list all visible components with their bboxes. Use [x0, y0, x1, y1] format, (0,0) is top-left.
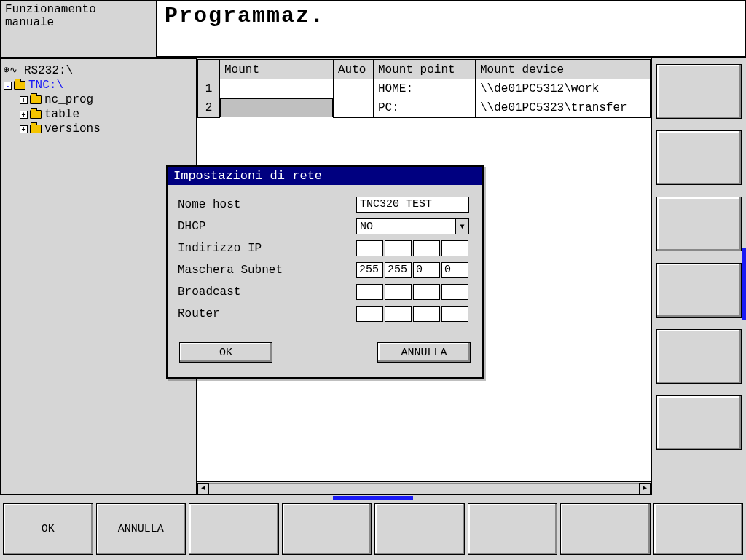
collapse-icon[interactable]: - [4, 82, 12, 90]
softkey-cancel[interactable]: ANNULLA [96, 503, 186, 555]
table-row[interactable]: 1 HOME: \\de01PC5312\work [198, 79, 651, 98]
cell-auto[interactable] [334, 79, 374, 98]
label-hostname: Nome host [178, 198, 356, 211]
cancel-button[interactable]: ANNULLA [377, 342, 471, 363]
softkey-5[interactable] [374, 503, 465, 555]
side-softkey-2[interactable] [656, 130, 742, 185]
tree-label: versions [44, 122, 101, 136]
softkey-ok[interactable]: OK [3, 503, 93, 555]
serial-port-icon: ⊕∿ [4, 65, 24, 76]
subnet-octet-1[interactable]: 255 [356, 262, 383, 278]
cell-mount[interactable] [220, 98, 333, 117]
cell-device[interactable]: \\de01PC5323\transfer [476, 98, 651, 118]
side-softkey-bar [651, 58, 746, 495]
folder-icon [14, 81, 25, 90]
scroll-right-icon[interactable]: ► [639, 483, 651, 494]
col-rownum [198, 60, 220, 79]
tree-item-versions[interactable]: + versions [4, 122, 193, 136]
folder-icon [30, 110, 42, 119]
tree-item-tnc[interactable]: - TNC:\ [4, 78, 193, 92]
ip-octet-4[interactable] [441, 240, 468, 256]
network-settings-dialog: Impostazioni di rete Nome host TNC320_TE… [166, 165, 484, 379]
expand-icon[interactable]: + [20, 96, 28, 104]
broadcast-octet-1[interactable] [356, 284, 383, 300]
dialog-body: Nome host TNC320_TEST DHCP NO ▼ Indirizz… [168, 185, 482, 377]
expand-icon[interactable]: + [20, 125, 28, 133]
softkey-3[interactable] [189, 503, 279, 555]
dialog-button-row: OK ANNULLA [178, 328, 472, 370]
row-ip: Indirizzo IP [178, 240, 472, 256]
broadcast-octet-3[interactable] [413, 284, 440, 300]
cell-device[interactable]: \\de01PC5312\work [476, 79, 651, 98]
row-hostname: Nome host TNC320_TEST [178, 197, 472, 213]
mount-table: Mount Auto Mount point Mount device 1 HO… [197, 60, 651, 118]
col-mount: Mount [220, 60, 334, 79]
subnet-octet-4[interactable]: 0 [441, 262, 468, 278]
folder-icon [30, 125, 42, 133]
bottom-softkey-bar: OK ANNULLA [0, 500, 746, 558]
cell-point[interactable]: HOME: [374, 79, 476, 98]
scroll-track[interactable] [209, 483, 639, 494]
dialog-title: Impostazioni di rete [168, 167, 482, 185]
subnet-octet-3[interactable]: 0 [413, 262, 440, 278]
side-scroll-indicator [742, 248, 746, 320]
router-octet-4[interactable] [441, 306, 468, 322]
col-device: Mount device [476, 60, 651, 79]
mode-line2: manuale [5, 17, 152, 30]
side-softkey-5[interactable] [656, 329, 742, 384]
chevron-down-icon[interactable]: ▼ [455, 219, 468, 234]
horizontal-scrollbar[interactable]: ◄ ► [197, 481, 651, 494]
cell-rownum: 2 [198, 98, 220, 118]
row-broadcast: Broadcast [178, 284, 472, 300]
side-softkey-6[interactable] [656, 395, 742, 450]
cell-rownum: 1 [198, 79, 220, 98]
ok-button[interactable]: OK [179, 342, 272, 363]
ip-octet-2[interactable] [385, 240, 412, 256]
hostname-input[interactable]: TNC320_TEST [356, 197, 469, 213]
cell-point[interactable]: PC: [374, 98, 476, 118]
label-ip: Indirizzo IP [178, 242, 356, 255]
router-octet-3[interactable] [413, 306, 440, 322]
ip-octet-3[interactable] [413, 240, 440, 256]
side-softkey-4[interactable] [656, 263, 742, 318]
tree-label: TNC:\ [28, 78, 63, 92]
dhcp-value: NO [360, 221, 373, 233]
table-header-row: Mount Auto Mount point Mount device [198, 60, 651, 79]
tree-item-rs232[interactable]: ⊕∿ RS232:\ [4, 63, 193, 78]
side-softkey-3[interactable] [656, 197, 742, 251]
bottom-area: OK ANNULLA [0, 495, 746, 558]
expand-icon[interactable]: + [20, 111, 28, 119]
tree-label: RS232:\ [24, 63, 73, 78]
table-row[interactable]: 2 PC: \\de01PC5323\transfer [198, 98, 651, 118]
col-auto: Auto [334, 60, 374, 79]
mode-line1: Funzionamento [5, 4, 152, 17]
scroll-left-icon[interactable]: ◄ [197, 483, 209, 494]
tree-item-table[interactable]: + table [4, 107, 193, 122]
ip-octet-1[interactable] [356, 240, 383, 256]
cell-auto[interactable] [334, 98, 374, 118]
row-subnet: Maschera Subnet 255 255 0 0 [178, 262, 472, 278]
router-octet-1[interactable] [356, 306, 383, 322]
tree-item-ncprog[interactable]: + nc_prog [4, 92, 193, 107]
mode-panel: Funzionamento manuale [0, 0, 157, 58]
header-row: Funzionamento manuale Programmaz. [0, 0, 746, 58]
cell-mount[interactable] [220, 79, 334, 98]
label-router: Router [178, 307, 356, 320]
router-octet-2[interactable] [385, 306, 412, 322]
softkey-8[interactable] [653, 503, 744, 555]
broadcast-octet-4[interactable] [441, 284, 468, 300]
side-softkey-1[interactable] [656, 64, 742, 119]
label-dhcp: DHCP [178, 220, 356, 233]
subnet-octet-2[interactable]: 255 [385, 262, 412, 278]
softkey-6[interactable] [468, 503, 558, 555]
folder-icon [30, 95, 42, 104]
row-dhcp: DHCP NO ▼ [178, 218, 472, 234]
row-router: Router [178, 306, 472, 322]
softkey-7[interactable] [560, 503, 651, 555]
label-subnet: Maschera Subnet [178, 264, 356, 277]
softkey-4[interactable] [282, 503, 372, 555]
tree-label: nc_prog [44, 92, 93, 107]
broadcast-octet-2[interactable] [385, 284, 412, 300]
col-point: Mount point [374, 60, 476, 79]
dhcp-select[interactable]: NO ▼ [356, 218, 469, 234]
